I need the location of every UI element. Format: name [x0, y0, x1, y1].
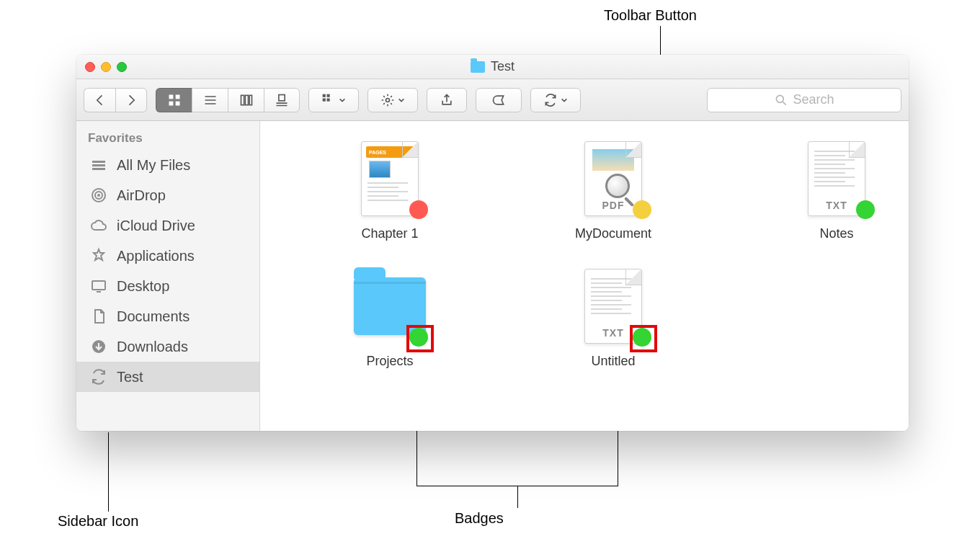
sidebar-item-downloads[interactable]: Downloads	[76, 331, 259, 362]
sidebar-item-airdrop[interactable]: AirDrop	[76, 180, 259, 210]
desktop-icon	[89, 277, 108, 295]
file-grid: Chapter 1 PDF MyDocument	[260, 121, 909, 431]
back-button[interactable]	[84, 88, 115, 112]
grid-row: Projects TXT Untitled	[275, 263, 894, 369]
sync-icon	[89, 368, 108, 385]
action-button[interactable]	[368, 88, 418, 112]
search-placeholder: Search	[793, 92, 834, 107]
status-badge	[409, 200, 428, 219]
folder-icon	[471, 61, 485, 73]
sidebar-item-desktop[interactable]: Desktop	[76, 271, 259, 301]
sidebar-item-label: iCloud Drive	[117, 218, 195, 234]
arrange-icon	[321, 93, 336, 107]
view-mode-buttons	[156, 88, 300, 112]
grid-icon	[167, 93, 182, 107]
svg-rect-8	[323, 94, 326, 97]
search-input[interactable]: Search	[707, 88, 901, 112]
svg-rect-11	[327, 98, 330, 101]
file-label: Projects	[366, 354, 413, 369]
sidebar-item-documents[interactable]: Documents	[76, 301, 259, 331]
zoom-button[interactable]	[117, 62, 127, 72]
svg-rect-6	[249, 95, 251, 104]
svg-rect-15	[92, 164, 105, 166]
tags-button[interactable]	[476, 88, 522, 112]
sidebar-item-label: All My Files	[117, 157, 190, 174]
sync-toolbar-button[interactable]	[530, 88, 581, 112]
chevron-down-icon	[339, 97, 346, 104]
close-button[interactable]	[85, 62, 95, 72]
file-label: MyDocument	[575, 226, 651, 241]
tag-icon	[491, 93, 506, 107]
file-icon: TXT	[797, 135, 876, 222]
leader-line	[517, 486, 518, 508]
file-item-notes[interactable]: TXT Notes	[779, 135, 894, 241]
annotation-badges: Badges	[455, 510, 504, 527]
titlebar: Test	[76, 55, 909, 79]
file-label: Chapter 1	[361, 226, 418, 241]
column-view-button[interactable]	[228, 88, 264, 112]
svg-rect-3	[175, 101, 179, 105]
file-item-mydocument[interactable]: PDF MyDocument	[556, 135, 671, 241]
airdrop-icon	[89, 187, 108, 204]
leader-line	[108, 432, 109, 512]
svg-rect-5	[245, 95, 248, 104]
coverflow-icon	[275, 93, 289, 107]
traffic-lights	[76, 62, 127, 72]
file-icon: TXT	[574, 263, 653, 349]
icloud-icon	[89, 217, 108, 234]
svg-point-13	[777, 95, 784, 102]
sidebar-item-label: AirDrop	[117, 187, 166, 204]
documents-icon	[89, 308, 108, 325]
window-title: Test	[76, 59, 909, 74]
annotation-sidebar-icon: Sidebar Icon	[58, 513, 138, 530]
list-view-button[interactable]	[192, 88, 228, 112]
svg-rect-14	[92, 161, 105, 163]
sidebar-header-favorites: Favorites	[76, 128, 259, 150]
svg-rect-4	[241, 95, 244, 104]
gear-icon	[380, 93, 395, 107]
file-label: Untitled	[591, 354, 635, 369]
icon-view-button[interactable]	[156, 88, 192, 112]
svg-rect-16	[92, 168, 105, 170]
svg-rect-20	[92, 281, 105, 290]
file-item-projects[interactable]: Projects	[332, 263, 447, 369]
sidebar: Favorites All My Files AirDrop iCloud Dr…	[76, 121, 260, 431]
file-icon	[350, 263, 429, 349]
chevron-right-icon	[124, 93, 138, 107]
sidebar-item-test[interactable]: Test	[76, 362, 259, 392]
svg-rect-2	[169, 101, 173, 105]
svg-rect-10	[323, 98, 326, 101]
sidebar-item-applications[interactable]: Applications	[76, 241, 259, 271]
sidebar-item-label: Desktop	[117, 278, 169, 295]
columns-icon	[239, 93, 254, 107]
sidebar-item-label: Test	[117, 369, 143, 385]
svg-rect-0	[169, 94, 173, 99]
file-item-chapter1[interactable]: Chapter 1	[332, 135, 447, 241]
sync-icon	[543, 93, 558, 107]
chevron-left-icon	[93, 93, 107, 107]
nav-buttons	[84, 88, 147, 112]
sidebar-item-all-my-files[interactable]: All My Files	[76, 150, 259, 180]
svg-rect-1	[175, 94, 179, 99]
svg-rect-7	[279, 94, 285, 100]
status-badge	[856, 200, 875, 219]
arrange-button[interactable]	[308, 88, 359, 112]
coverflow-view-button[interactable]	[264, 88, 300, 112]
sidebar-item-icloud[interactable]: iCloud Drive	[76, 210, 259, 241]
sidebar-item-label: Documents	[117, 308, 190, 325]
minimize-button[interactable]	[101, 62, 111, 72]
sidebar-item-label: Downloads	[117, 339, 188, 355]
file-item-untitled[interactable]: TXT Untitled	[556, 263, 671, 369]
share-button[interactable]	[427, 88, 467, 112]
status-badge	[633, 200, 651, 219]
grid-row: Chapter 1 PDF MyDocument	[275, 135, 894, 241]
chevron-down-icon	[561, 97, 568, 104]
svg-point-12	[386, 98, 390, 102]
forward-button[interactable]	[115, 88, 147, 112]
badge-highlight	[406, 325, 434, 352]
downloads-icon	[89, 338, 108, 355]
search-icon	[774, 93, 788, 107]
toolbar: Search	[76, 79, 909, 121]
chevron-down-icon	[398, 97, 405, 104]
file-icon: PDF	[574, 135, 653, 222]
